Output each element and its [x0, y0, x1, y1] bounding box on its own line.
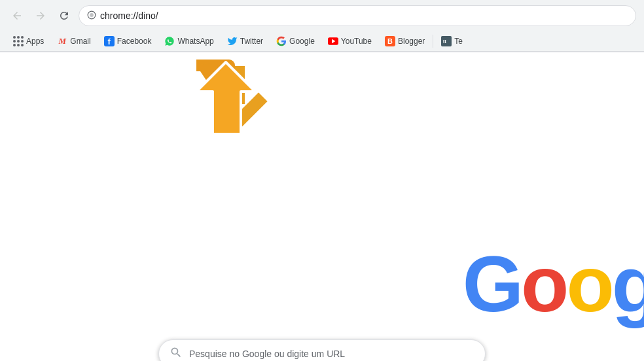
bookmark-blogger-label: Blogger: [398, 37, 425, 46]
search-bar[interactable]: Pesquise no Google ou digite um URL: [158, 339, 486, 361]
reload-button[interactable]: [55, 7, 73, 25]
nav-bar: chrome://dino/: [0, 0, 644, 31]
bookmark-google-label: Google: [289, 37, 315, 46]
address-bar[interactable]: chrome://dino/: [79, 5, 636, 26]
google-icon: [276, 36, 287, 46]
google-letter-g: G: [463, 239, 521, 329]
bookmark-facebook[interactable]: f Facebook: [99, 34, 157, 48]
bookmark-twitter-label: Twitter: [240, 37, 263, 46]
bookmark-youtube-label: YouTube: [341, 37, 372, 46]
apps-icon: [13, 36, 24, 46]
bookmark-gmail-label: Gmail: [70, 37, 90, 46]
youtube-icon: [328, 36, 338, 46]
bookmark-whatsapp[interactable]: WhatsApp: [159, 34, 219, 48]
bookmark-apps-label: Apps: [26, 37, 44, 46]
te-icon: tt: [441, 36, 452, 46]
bookmark-te[interactable]: tt Te: [436, 34, 468, 48]
cursor-arrow-svg: [190, 56, 281, 160]
google-letter-o2: o: [566, 239, 611, 329]
whatsapp-icon: [164, 36, 175, 46]
bookmark-gmail[interactable]: M Gmail: [52, 34, 96, 48]
bookmark-youtube[interactable]: YouTube: [323, 34, 377, 48]
bookmarks-bar: Apps M Gmail f Facebook WhatsApp: [0, 31, 644, 52]
svg-marker-7: [196, 62, 255, 134]
back-button[interactable]: [8, 7, 26, 25]
search-icon: [170, 346, 183, 362]
bookmark-whatsapp-label: WhatsApp: [177, 37, 213, 46]
bookmark-twitter[interactable]: Twitter: [222, 34, 268, 48]
bookmarks-separator: [433, 35, 433, 48]
bookmark-google[interactable]: Google: [271, 34, 320, 48]
browser-chrome: chrome://dino/ Apps M Gmail: [0, 0, 644, 52]
security-icon: [87, 10, 96, 22]
bookmark-apps[interactable]: Apps: [8, 34, 49, 48]
facebook-icon: f: [104, 36, 115, 46]
bookmark-te-label: Te: [454, 37, 463, 46]
url-input[interactable]: chrome://dino/: [100, 10, 628, 21]
twitter-icon: [227, 36, 238, 46]
bookmark-facebook-label: Facebook: [117, 37, 152, 46]
google-logo: G o o g: [463, 239, 644, 329]
svg-text:tt: tt: [443, 39, 447, 44]
blogger-icon: B: [385, 36, 395, 46]
google-letter-o1: o: [521, 239, 566, 329]
bookmark-blogger[interactable]: B Blogger: [380, 34, 430, 48]
page-content: G o o g Pesquise no Google ou digite um …: [0, 52, 644, 361]
forward-button[interactable]: [31, 7, 50, 25]
google-letter-g2: g: [612, 239, 644, 329]
gmail-icon: M: [57, 36, 67, 46]
search-placeholder: Pesquise no Google ou digite um URL: [189, 349, 345, 359]
